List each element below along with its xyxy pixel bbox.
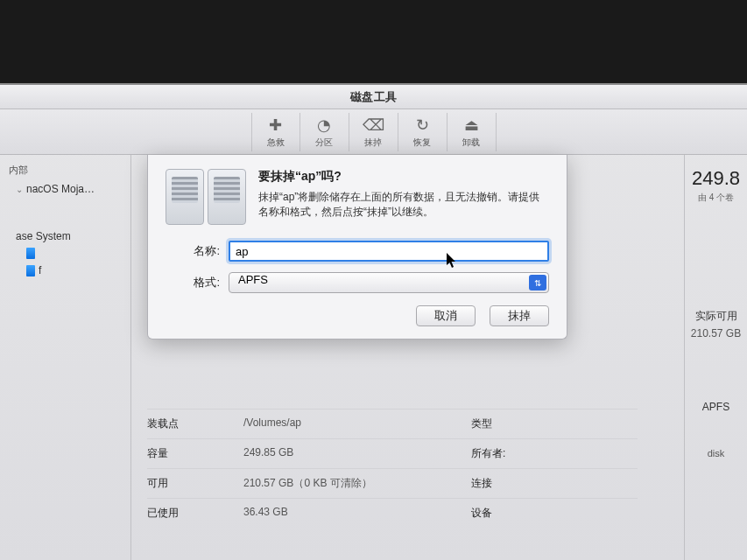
chevron-down-icon: ⌄ [16, 185, 23, 194]
detail-key2: 连接 [471, 476, 550, 491]
toolbar-label: 抹掉 [364, 136, 382, 149]
erase-button[interactable]: 抹掉 [490, 305, 549, 326]
toolbar-unmount[interactable]: ⏏ 卸载 [447, 113, 497, 151]
info-panel: 249.8 由 4 个卷 实际可用 210.57 GB APFS disk [684, 155, 747, 560]
app-window: 磁盘工具 ✚ 急救 ◔ 分区 ⌫ 抹掉 ↻ 恢复 ⏏ 卸载 [0, 83, 747, 560]
toolbar-restore[interactable]: ↻ 恢复 [398, 113, 447, 151]
erase-dialog: 要抹掉“ap”吗? 抹掉“ap”将删除储存在上面的所有数据，且无法撤销。请提供名… [147, 155, 567, 340]
toolbar-label: 分区 [315, 136, 333, 149]
detail-key: 容量 [147, 446, 243, 461]
format-label: 格式: [166, 275, 229, 290]
detail-row: 容量 249.85 GB 所有者: [147, 438, 638, 468]
detail-row: 装载点 /Volumes/ap 类型 [147, 409, 638, 438]
dialog-title: 要抹掉“ap”吗? [258, 169, 549, 185]
sidebar: 内部 ⌄nacOS Moja… ase System f [0, 155, 131, 560]
cancel-button[interactable]: 取消 [416, 305, 476, 326]
restore-icon: ↻ [412, 116, 432, 135]
detail-key2: 所有者: [471, 446, 550, 461]
sidebar-header: 内部 [4, 162, 127, 180]
window-title: 磁盘工具 [350, 89, 398, 105]
volume-icon [26, 248, 35, 259]
detail-value: 210.57 GB（0 KB 可清除） [243, 476, 471, 491]
detail-key2: 设备 [471, 506, 550, 521]
available-label: 实际可用 [688, 309, 743, 324]
content-area: 要抹掉“ap”吗? 抹掉“ap”将删除储存在上面的所有数据，且无法撤销。请提供名… [131, 155, 747, 560]
detail-key: 已使用 [147, 506, 243, 521]
main-split: 内部 ⌄nacOS Moja… ase System f [0, 155, 747, 560]
toolbar-partition[interactable]: ◔ 分区 [300, 113, 349, 151]
type-label: APFS [688, 401, 743, 413]
chevron-updown-icon: ⇅ [529, 275, 546, 290]
available-value: 210.57 GB [688, 327, 743, 340]
disk-label: disk [688, 448, 743, 458]
name-input[interactable] [229, 241, 549, 262]
firstaid-icon: ✚ [266, 116, 285, 135]
dialog-description: 抹掉“ap”将删除储存在上面的所有数据，且无法撤销。请提供名称和格式，然后点按“… [258, 190, 549, 220]
sidebar-item-basesystem[interactable]: ase System [4, 228, 127, 245]
toolbar-label: 急救 [267, 136, 285, 149]
format-value: APFS [238, 273, 268, 286]
unmount-icon: ⏏ [462, 116, 481, 135]
toolbar-label: 卸载 [462, 136, 480, 149]
detail-key: 装载点 [147, 416, 243, 431]
toolbar-label: 恢复 [413, 136, 431, 149]
disk-pair-icon [166, 169, 246, 225]
detail-key: 可用 [147, 476, 243, 491]
name-label: 名称: [166, 243, 229, 259]
partition-icon: ◔ [314, 116, 334, 135]
detail-value: 249.85 GB [243, 446, 471, 461]
erase-icon: ⌫ [363, 116, 383, 135]
capacity-value: 249.8 [688, 167, 743, 190]
format-select[interactable]: APFS ⇅ [229, 272, 549, 293]
sidebar-item-macos[interactable]: ⌄nacOS Moja… [4, 180, 127, 198]
sidebar-item-label: f [39, 264, 41, 276]
titlebar: 磁盘工具 [0, 85, 747, 109]
detail-value: /Volumes/ap [243, 416, 471, 431]
sidebar-item-vol2[interactable]: f [4, 262, 127, 279]
toolbar-firstaid[interactable]: ✚ 急救 [251, 113, 300, 151]
detail-row: 已使用 36.43 GB 设备 [147, 498, 638, 528]
detail-key2: 类型 [471, 416, 550, 431]
sidebar-item-vol1[interactable] [4, 245, 127, 262]
sidebar-item-label: nacOS Moja… [26, 183, 95, 195]
detail-value: 36.43 GB [243, 506, 471, 521]
capacity-sub: 由 4 个卷 [688, 192, 743, 204]
sidebar-item-label: ase System [16, 230, 71, 242]
details-table: 装载点 /Volumes/ap 类型 容量 249.85 GB 所有者: 可用 … [147, 409, 638, 528]
toolbar-erase[interactable]: ⌫ 抹掉 [349, 113, 398, 151]
detail-row: 可用 210.57 GB（0 KB 可清除） 连接 [147, 468, 638, 498]
volume-icon [26, 265, 35, 276]
toolbar: ✚ 急救 ◔ 分区 ⌫ 抹掉 ↻ 恢复 ⏏ 卸载 [0, 109, 747, 155]
